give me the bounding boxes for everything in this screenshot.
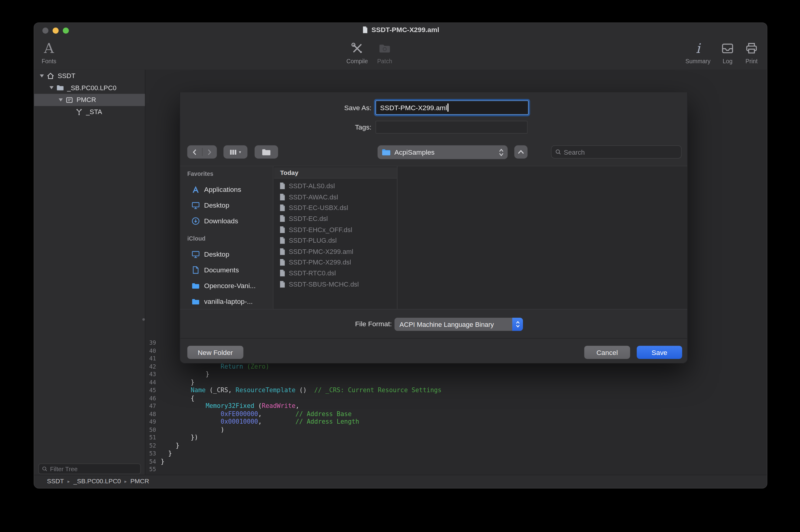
patch-icon xyxy=(370,39,399,58)
tags-input[interactable] xyxy=(375,121,527,133)
toolbar-fonts[interactable]: A Fonts xyxy=(39,39,59,64)
maciasl-window: SSDT-PMC-X299.aml A Fonts Compile xyxy=(34,22,767,489)
file-row[interactable]: SSDT-EC.dsl xyxy=(274,213,397,224)
file-row[interactable]: SSDT-SBUS-MCHC.dsl xyxy=(274,279,397,290)
window-title: SSDT-PMC-X299.aml xyxy=(34,26,767,34)
toolbar-label: Fonts xyxy=(39,58,59,64)
file-row[interactable]: SSDT-AWAC.dsl xyxy=(274,192,397,203)
file-name: SSDT-EHCx_OFF.dsl xyxy=(289,226,352,233)
file-list: Today SSDT-ALS0.dslSSDT-AWAC.dslSSDT-EC-… xyxy=(274,166,688,309)
home-icon xyxy=(46,72,55,80)
forward-button[interactable] xyxy=(202,145,217,158)
code-line: 46 { xyxy=(145,394,767,402)
document-icon xyxy=(279,280,286,288)
document-icon xyxy=(279,226,286,233)
sidebar-item-label: Applications xyxy=(204,185,241,193)
parent-folder-button[interactable] xyxy=(514,145,527,158)
breadcrumb-item[interactable]: PMCR xyxy=(131,478,149,485)
toolbar-print[interactable]: Print xyxy=(737,39,766,64)
code-line: 42 Return (Zero) xyxy=(145,363,767,371)
sidebar-resize-handle[interactable] xyxy=(142,318,145,321)
file-row[interactable]: SSDT-ALS0.dsl xyxy=(274,180,397,191)
line-number: 54 xyxy=(145,458,161,466)
breadcrumb-item[interactable]: _SB.PC00.LPC0 xyxy=(73,478,121,485)
disclosure-triangle-icon[interactable] xyxy=(48,84,55,91)
titlebar: SSDT-PMC-X299.aml A Fonts Compile xyxy=(34,23,767,71)
save-button[interactable]: Save xyxy=(637,346,682,359)
print-icon xyxy=(737,39,766,58)
tree-item-ssdt[interactable]: SSDT xyxy=(34,70,145,82)
cancel-button[interactable]: Cancel xyxy=(584,346,630,359)
downloads-icon xyxy=(191,216,200,225)
line-number: 44 xyxy=(145,379,161,386)
file-name: SSDT-EC.dsl xyxy=(289,215,328,223)
tree-item-label: PMCR xyxy=(77,96,96,103)
filter-tree-input[interactable]: Filter Tree xyxy=(38,463,141,474)
disclosure-triangle-icon[interactable] xyxy=(38,72,45,80)
line-number: 45 xyxy=(145,386,161,394)
file-name: SSDT-RTC0.dsl xyxy=(289,269,336,277)
code-line: 43 } xyxy=(145,371,767,379)
document-icon xyxy=(279,236,286,244)
folderblue-icon xyxy=(191,297,200,306)
history-nav xyxy=(187,145,217,158)
tree-item--sta[interactable]: _STA xyxy=(34,106,145,118)
tree-item-label: _STA xyxy=(86,108,102,116)
desktop-icon xyxy=(191,250,200,259)
sidebar-item-label: vanilla-laptop-... xyxy=(204,298,253,305)
breadcrumb-item[interactable]: SSDT xyxy=(47,478,64,485)
document-icon xyxy=(279,193,286,201)
new-folder-icon-button[interactable] xyxy=(255,145,278,158)
sidebar-item-vanilla-laptop-[interactable]: vanilla-laptop-... xyxy=(180,296,273,307)
sidebar-section-title: iCloud xyxy=(187,235,205,242)
sidebar-item-desktop[interactable]: Desktop xyxy=(180,199,273,211)
line-number: 42 xyxy=(145,363,161,371)
sidebar-item-downloads[interactable]: Downloads xyxy=(180,214,273,227)
search-icon xyxy=(555,149,561,155)
toolbar-compile[interactable]: Compile xyxy=(343,39,371,64)
back-button[interactable] xyxy=(187,145,202,158)
tree-item-label: _SB.PC00.LPC0 xyxy=(67,84,116,92)
file-row[interactable]: SSDT-EHCx_OFF.dsl xyxy=(274,224,397,235)
folderblue-icon xyxy=(191,281,200,290)
line-number: 55 xyxy=(145,466,161,473)
tree-item--sb-pc00-lpc0[interactable]: _SB.PC00.LPC0 xyxy=(34,82,145,94)
sidebar-item-desktop[interactable]: Desktop xyxy=(180,248,273,260)
file-name: SSDT-PMC-X299.aml xyxy=(289,248,353,255)
chevron-down-icon: ▾ xyxy=(239,150,241,154)
breadcrumb: SSDT▸_SB.PC00.LPC0▸PMCR xyxy=(47,478,149,485)
file-row[interactable]: SSDT-EC-USBX.dsl xyxy=(274,203,397,213)
sidebar-item-label: Downloads xyxy=(204,217,238,225)
line-number: 43 xyxy=(145,371,161,379)
sidebar-item-documents[interactable]: Documents xyxy=(180,264,273,276)
tree-item-pmcr[interactable]: PMCR xyxy=(34,94,145,106)
sidebar-item-applications[interactable]: Applications xyxy=(180,183,273,195)
disclosure-triangle-icon[interactable] xyxy=(57,96,64,103)
folder-icon xyxy=(262,148,271,155)
toolbar-label: Compile xyxy=(343,58,371,64)
search-placeholder: Search xyxy=(564,148,585,155)
file-row[interactable]: SSDT-PLUG.dsl xyxy=(274,235,397,246)
save-dialog: Save As: SSDT-PMC-X299.aml Tags: xyxy=(180,92,688,363)
file-row[interactable]: SSDT-PMC-X299.aml xyxy=(274,246,397,257)
location-popup[interactable]: AcpiSamples xyxy=(377,145,508,159)
toolbar-label: Patch xyxy=(370,58,399,64)
folder-icon xyxy=(56,84,64,92)
desktop-icon xyxy=(191,201,200,209)
search-input[interactable]: Search xyxy=(551,145,682,158)
sidebar-item-opencore-vani-[interactable]: Opencore-Vani... xyxy=(180,279,273,291)
line-number: 52 xyxy=(145,442,161,450)
save-as-label: Save As: xyxy=(308,104,372,112)
sidebar-item-label: Desktop xyxy=(204,250,229,258)
file-browser: FavoritesApplicationsDesktopDownloadsiCl… xyxy=(180,166,688,309)
toolbar-summary[interactable]: i Summary xyxy=(684,39,712,64)
file-row[interactable]: SSDT-PMC-X299.dsl xyxy=(274,257,397,268)
file-format-popup[interactable]: ACPI Machine Language Binary xyxy=(394,318,523,331)
document-icon xyxy=(279,204,286,211)
file-row[interactable]: SSDT-RTC0.dsl xyxy=(274,268,397,279)
save-as-input[interactable]: SSDT-PMC-X299.aml xyxy=(375,100,528,115)
document-icon xyxy=(279,269,286,277)
new-folder-button[interactable]: New Folder xyxy=(187,346,243,359)
view-mode-button[interactable]: ▾ xyxy=(223,145,247,158)
applications-icon xyxy=(191,185,200,194)
